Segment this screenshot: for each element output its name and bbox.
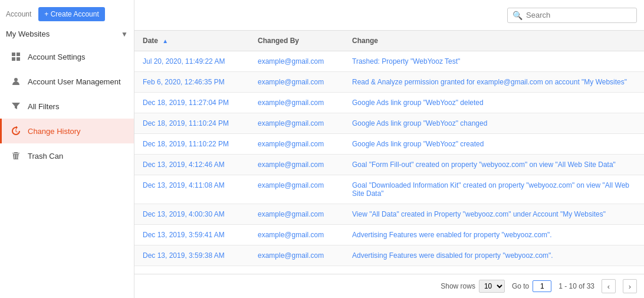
change-cell: Goal "Form Fill-out" created on property… <box>344 155 644 175</box>
change-cell: Read & Analyze permission granted for ex… <box>344 72 644 93</box>
pagination-info: 1 - 10 of 33 <box>558 282 594 290</box>
sidebar-item-label: Account Settings <box>28 53 86 61</box>
changed-by-cell: example@gmail.com <box>249 245 344 266</box>
goto-label: Go to <box>512 282 529 290</box>
sidebar-item-all-filters[interactable]: All Filters <box>0 94 134 119</box>
sidebar-item-label: All Filters <box>28 102 59 111</box>
topbar: 🔍 <box>134 0 644 31</box>
show-rows-group: Show rows 10 25 50 <box>441 280 505 293</box>
sidebar-item-label: Trash Can <box>28 152 63 161</box>
date-cell: Dec 13, 2019, 3:59:38 AM <box>134 245 249 266</box>
trash-icon <box>10 150 22 162</box>
show-rows-label: Show rows <box>441 282 475 290</box>
table-row: Dec 18, 2019, 11:10:22 PM example@gmail.… <box>134 134 644 155</box>
change-cell: Google Ads link group "WebYooz" changed <box>344 113 644 134</box>
date-cell: Dec 18, 2019, 11:10:22 PM <box>134 134 249 155</box>
date-cell: Dec 18, 2019, 11:10:24 PM <box>134 113 249 134</box>
sidebar-item-account-user-management[interactable]: Account User Management <box>0 69 134 94</box>
column-header-changed-by: Changed By <box>249 31 344 51</box>
changed-by-cell: example@gmail.com <box>249 72 344 93</box>
sort-icon: ▲ <box>162 38 168 44</box>
table-row: Dec 13, 2019, 4:12:46 AM example@gmail.c… <box>134 155 644 175</box>
change-cell: Trashed: Property "WebYooz Test" <box>344 51 644 72</box>
sidebar: Account + Create Account My Websites ▼ A… <box>0 0 134 298</box>
column-header-date[interactable]: Date ▲ <box>134 31 249 51</box>
change-cell: Goal "Downloaded Information Kit" create… <box>344 175 644 204</box>
svg-rect-1 <box>17 53 20 56</box>
show-rows-select[interactable]: 10 25 50 <box>479 280 505 293</box>
sidebar-item-trash-can[interactable]: Trash Can <box>0 143 134 168</box>
changed-by-cell: example@gmail.com <box>249 204 344 225</box>
column-header-change: Change <box>344 31 644 51</box>
changed-by-cell: example@gmail.com <box>249 134 344 155</box>
date-cell: Jul 20, 2020, 11:49:22 AM <box>134 51 249 72</box>
changed-by-cell: example@gmail.com <box>249 175 344 204</box>
change-cell: Google Ads link group "WebYooz" created <box>344 134 644 155</box>
account-label: Account <box>6 10 31 18</box>
filter-icon <box>10 100 22 112</box>
svg-rect-0 <box>12 53 15 56</box>
change-cell: Advertising Features were enabled for pr… <box>344 225 644 245</box>
history-icon <box>10 125 22 137</box>
table-row: Dec 18, 2019, 11:27:04 PM example@gmail.… <box>134 93 644 113</box>
goto-group: Go to <box>512 280 551 292</box>
changed-by-cell: example@gmail.com <box>249 225 344 245</box>
table-row: Dec 13, 2019, 3:59:41 AM example@gmail.c… <box>134 225 644 245</box>
table-body: Jul 20, 2020, 11:49:22 AM example@gmail.… <box>134 51 644 266</box>
person-icon <box>10 76 22 87</box>
changed-by-cell: example@gmail.com <box>249 113 344 134</box>
sidebar-item-label: Account User Management <box>28 77 121 86</box>
date-cell: Feb 6, 2020, 12:46:35 PM <box>134 72 249 93</box>
search-box[interactable]: 🔍 <box>507 8 637 23</box>
table-row: Dec 13, 2019, 3:59:38 AM example@gmail.c… <box>134 245 644 266</box>
svg-rect-3 <box>17 57 20 61</box>
change-cell: Google Ads link group "WebYooz" deleted <box>344 93 644 113</box>
table-header-row: Date ▲ Changed By Change <box>134 31 644 51</box>
date-cell: Dec 13, 2019, 4:11:08 AM <box>134 175 249 204</box>
search-icon: 🔍 <box>512 11 523 20</box>
table-row: Dec 13, 2019, 4:00:30 AM example@gmail.c… <box>134 204 644 225</box>
sidebar-item-account-settings[interactable]: Account Settings <box>0 44 134 69</box>
date-cell: Dec 13, 2019, 4:00:30 AM <box>134 204 249 225</box>
chevron-down-icon: ▼ <box>121 30 128 38</box>
search-input[interactable] <box>526 11 632 19</box>
table-row: Dec 18, 2019, 11:10:24 PM example@gmail.… <box>134 113 644 134</box>
change-history-table: Date ▲ Changed By Change Jul 20, 2020, 1… <box>134 31 644 266</box>
previous-page-button[interactable]: ‹ <box>602 279 616 293</box>
changed-by-cell: example@gmail.com <box>249 155 344 175</box>
nav-list: Account Settings Account User Management… <box>0 44 134 168</box>
goto-input[interactable] <box>533 280 551 292</box>
create-account-button[interactable]: + Create Account <box>38 7 104 21</box>
date-cell: Dec 13, 2019, 3:59:41 AM <box>134 225 249 245</box>
footer: Show rows 10 25 50 Go to 1 - 10 of 33 ‹ … <box>134 274 644 298</box>
grid-icon <box>10 51 22 63</box>
svg-rect-2 <box>12 57 15 61</box>
date-cell: Dec 13, 2019, 4:12:46 AM <box>134 155 249 175</box>
sidebar-header: Account + Create Account <box>0 0 134 26</box>
my-websites-label: My Websites <box>6 30 50 38</box>
table-row: Feb 6, 2020, 12:46:35 PM example@gmail.c… <box>134 72 644 93</box>
table-container: Date ▲ Changed By Change Jul 20, 2020, 1… <box>134 31 644 274</box>
change-cell: Advertising Features were disabled for p… <box>344 245 644 266</box>
change-cell: View "All Data" created in Property "web… <box>344 204 644 225</box>
changed-by-cell: example@gmail.com <box>249 51 344 72</box>
table-row: Dec 13, 2019, 4:11:08 AM example@gmail.c… <box>134 175 644 204</box>
sidebar-item-change-history[interactable]: Change History <box>0 119 134 143</box>
date-cell: Dec 18, 2019, 11:27:04 PM <box>134 93 249 113</box>
main-content: 🔍 Date ▲ Changed By Change <box>134 0 644 298</box>
svg-point-4 <box>14 78 18 81</box>
table-row: Jul 20, 2020, 11:49:22 AM example@gmail.… <box>134 51 644 72</box>
changed-by-cell: example@gmail.com <box>249 93 344 113</box>
sidebar-item-label: Change History <box>28 127 81 136</box>
my-websites-row[interactable]: My Websites ▼ <box>0 26 134 44</box>
next-page-button[interactable]: › <box>623 279 637 293</box>
